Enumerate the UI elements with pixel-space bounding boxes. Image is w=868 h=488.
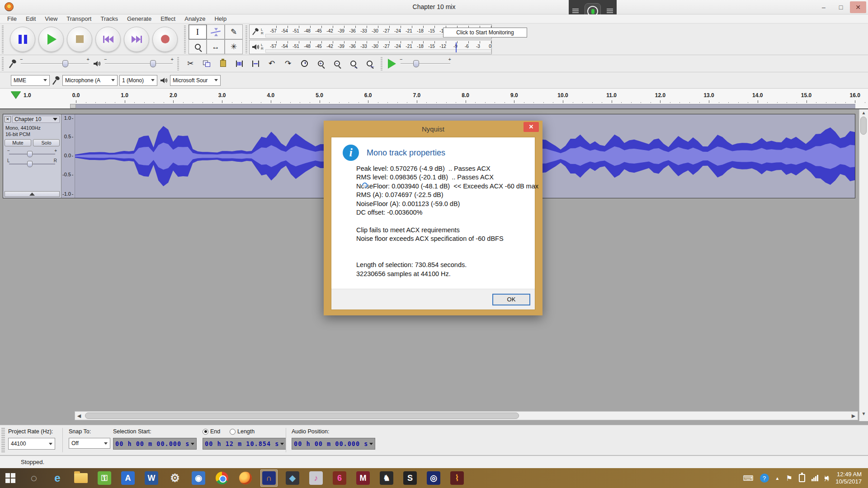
network-signal-icon[interactable] — [811, 475, 818, 481]
taskbar-icon-chess-app[interactable]: ♞ — [378, 469, 395, 487]
play-button[interactable] — [38, 27, 64, 52]
taskbar-icon-word[interactable]: W — [143, 469, 160, 487]
length-radio-dot[interactable] — [230, 429, 236, 435]
menu-tracks[interactable]: Tracks — [96, 15, 123, 23]
vertical-scrollbar[interactable]: ▲ ▼ — [859, 109, 868, 421]
cut-button[interactable]: ✂ — [183, 57, 198, 70]
vertical-ruler[interactable]: 1.00.50.0-0.5-1.0 — [61, 114, 75, 198]
dialog-title-bar[interactable]: Nyquist — [324, 121, 542, 137]
recording-volume-slider[interactable]: −+ — [21, 59, 89, 68]
taskbar-icon-camera-app[interactable]: ◉ — [190, 469, 207, 487]
selection-toolbar-grip[interactable] — [1, 428, 5, 452]
transport-toolbar-grip[interactable] — [1, 25, 5, 53]
dialog-close-button[interactable]: ✕ — [524, 122, 539, 132]
pause-button[interactable] — [10, 27, 35, 52]
recording-channels-select[interactable]: 1 (Mono) — [119, 75, 157, 86]
tray-expand-icon[interactable]: ▲ — [775, 476, 780, 481]
pan-slider[interactable]: LR — [7, 158, 57, 167]
taskbar-icon-blue-a-app[interactable]: A — [119, 469, 137, 487]
taskbar-icon-chrome[interactable] — [213, 469, 231, 487]
trim-button[interactable] — [231, 57, 247, 70]
menu-analyze[interactable]: Analyze — [180, 15, 210, 23]
tools-toolbar-grip[interactable] — [183, 25, 187, 53]
paste-button[interactable] — [215, 57, 231, 70]
scroll-up-arrow[interactable]: ▲ — [859, 110, 868, 115]
playback-volume-thumb[interactable] — [150, 60, 156, 67]
menu-help[interactable]: Help — [210, 15, 231, 23]
scroll-right-arrow[interactable]: ▶ — [849, 413, 858, 419]
track-title-menu[interactable]: Chapter 10 — [12, 116, 60, 123]
mute-button[interactable]: Mute — [5, 139, 31, 146]
scroll-left-arrow[interactable]: ◀ — [75, 413, 83, 419]
timeline-ruler[interactable]: 1.00.01.02.03.04.05.06.07.08.09.010.011.… — [0, 89, 868, 109]
scrub-strip[interactable] — [76, 104, 855, 108]
taskbar-icon-s-app[interactable]: S — [401, 469, 419, 487]
start-button[interactable] — [0, 468, 21, 488]
horizontal-scroll-thumb[interactable] — [85, 413, 519, 419]
taskbar-icon-green-key-app[interactable]: ⚿ — [96, 469, 113, 487]
touch-keyboard-icon[interactable]: ⌨ — [743, 474, 753, 483]
maximize-button[interactable]: □ — [833, 1, 849, 13]
track-collapse-button[interactable] — [5, 191, 60, 197]
taskbar-clock[interactable]: 12:49 AM 10/5/2017 — [835, 471, 862, 485]
vertical-scroll-thumb[interactable] — [860, 117, 867, 135]
undo-button[interactable]: ↶ — [264, 57, 279, 70]
recorder-keyboard-icon[interactable] — [607, 9, 613, 14]
timer-button[interactable] — [297, 57, 312, 70]
taskbar-icon-music-app[interactable]: ♪ — [307, 469, 325, 487]
taskbar-icon-internet-explorer[interactable]: e — [49, 469, 66, 487]
taskbar-icon-navy-circle-app[interactable]: ◎ — [425, 469, 442, 487]
taskbar-icon-maroon-m-app[interactable]: M — [354, 469, 372, 487]
length-radio[interactable]: Length — [230, 428, 255, 435]
taskbar-icon-firefox[interactable] — [237, 469, 254, 487]
project-rate-select[interactable]: 44100 — [8, 438, 55, 450]
taskbar-icon-search[interactable]: ◌ — [25, 469, 42, 487]
silence-button[interactable] — [248, 57, 263, 70]
audio-position-field[interactable]: 00 h 00 m 00.000 s — [292, 438, 375, 450]
recorder-menu-icon[interactable] — [572, 9, 579, 14]
menu-transport[interactable]: Transport — [62, 15, 96, 23]
zoom-selection-button[interactable]: ↔ — [345, 57, 361, 70]
selection-start-field[interactable]: 00 h 00 m 00.000 s — [113, 438, 197, 450]
recording-device-select[interactable]: Microphone (A — [62, 75, 118, 86]
stop-button[interactable] — [67, 27, 92, 52]
audio-host-select[interactable]: MME — [11, 75, 50, 86]
zoom-in-button[interactable]: + — [313, 57, 328, 70]
redo-button[interactable]: ↷ — [280, 57, 296, 70]
horizontal-scrollbar[interactable]: ◀ ▶ — [75, 411, 858, 420]
play-speed-thumb[interactable] — [413, 60, 419, 67]
taskbar-icon-flame-app[interactable]: ⌇ — [448, 469, 466, 487]
mixer-toolbar-grip[interactable] — [1, 56, 5, 70]
skip-end-button[interactable] — [124, 27, 149, 52]
menu-edit[interactable]: Edit — [21, 15, 40, 23]
zoom-out-button[interactable]: − — [329, 57, 344, 70]
gain-slider-thumb[interactable] — [27, 151, 33, 157]
zoom-project-button[interactable]: ⊢ — [362, 57, 377, 70]
taskbar-icon-ember-app[interactable]: 6 — [331, 469, 348, 487]
meter-toolbar-grip[interactable] — [245, 25, 248, 53]
action-center-flag-icon[interactable]: ⚑ — [786, 474, 792, 483]
play-speed-slider[interactable]: −+ — [401, 59, 450, 68]
pan-slider-thumb[interactable] — [27, 161, 33, 167]
play-at-speed-button[interactable] — [388, 59, 396, 69]
playback-device-select[interactable]: Microsoft Sour — [170, 75, 221, 86]
timeshift-tool[interactable]: ↔ — [207, 39, 225, 54]
zoom-tool[interactable] — [189, 39, 207, 54]
ok-button[interactable]: OK — [492, 294, 530, 305]
menu-effect[interactable]: Effect — [156, 15, 180, 23]
taskbar-icon-file-explorer[interactable] — [72, 469, 90, 487]
help-tray-icon[interactable]: ? — [760, 474, 769, 483]
taskbar-icon-dark-media-app[interactable]: ◆ — [284, 469, 301, 487]
minimize-button[interactable]: – — [816, 1, 832, 13]
selection-tool[interactable]: I — [189, 24, 207, 39]
volume-icon[interactable]: ) ) — [825, 475, 829, 481]
menu-view[interactable]: View — [40, 15, 62, 23]
solo-button[interactable]: Solo — [33, 139, 60, 146]
playback-volume-slider[interactable]: −+ — [105, 59, 173, 68]
gain-slider[interactable]: −+ — [7, 148, 57, 157]
record-button[interactable] — [152, 27, 178, 52]
selection-end-field[interactable]: 00 h 12 m 10.854 s — [203, 438, 286, 450]
menu-file[interactable]: File — [3, 15, 21, 23]
menu-generate[interactable]: Generate — [123, 15, 156, 23]
end-radio[interactable]: End — [203, 428, 220, 435]
